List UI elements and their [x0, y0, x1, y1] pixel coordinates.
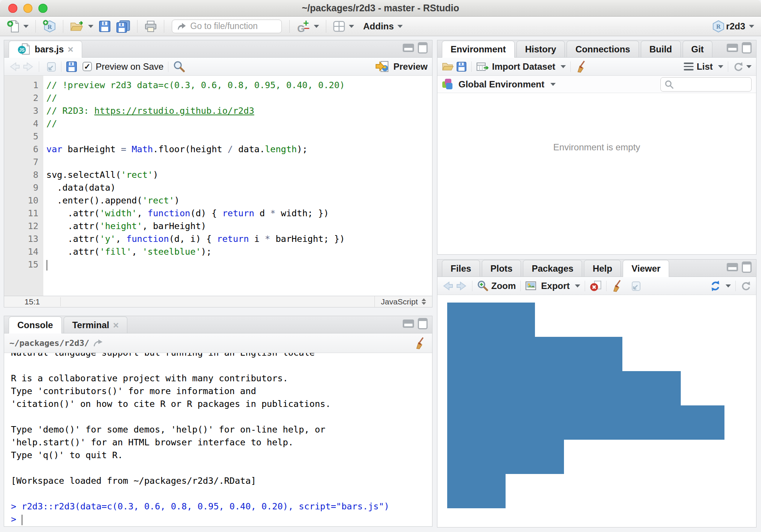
save-all-button[interactable]	[115, 19, 132, 34]
environment-search[interactable]	[660, 77, 752, 92]
minimize-pane-button[interactable]	[727, 44, 738, 52]
import-dataset-button[interactable]: Import Dataset	[476, 61, 566, 72]
tab-viewer[interactable]: Viewer	[623, 260, 669, 277]
back-icon[interactable]	[9, 61, 21, 72]
save-button[interactable]	[97, 20, 112, 33]
load-workspace-icon[interactable]	[442, 61, 455, 72]
environment-content: Environment is empty	[437, 93, 756, 254]
console-line: >	[11, 513, 432, 526]
maximize-pane-button[interactable]	[742, 261, 752, 273]
open-file-button[interactable]	[69, 20, 95, 33]
maximize-pane-button[interactable]	[418, 42, 428, 54]
code-line	[46, 156, 345, 168]
tab-connections[interactable]: Connections	[567, 41, 639, 57]
tab-packages[interactable]: Packages	[523, 260, 582, 277]
addins-button[interactable]: Addins	[362, 20, 404, 32]
save-workspace-icon[interactable]	[456, 61, 467, 72]
goto-file-search[interactable]	[172, 20, 282, 33]
viewer-pane: Files Plots Packages Help Viewer	[437, 259, 756, 527]
zoom-button[interactable]: Zoom	[477, 280, 516, 292]
maximize-pane-button[interactable]	[742, 42, 752, 54]
preview-on-save-toggle[interactable]: ✓ Preview on Save	[83, 61, 164, 72]
tab-label: History	[525, 44, 556, 55]
tab-label: Help	[593, 263, 612, 274]
cursor-position[interactable]: 15:1	[4, 297, 61, 306]
divider	[728, 61, 728, 72]
code-line: .data(data)	[46, 181, 345, 194]
clear-viewer-icon[interactable]	[611, 280, 624, 292]
chevron-down-icon	[561, 65, 566, 68]
checkbox-icon[interactable]: ✓	[83, 62, 92, 71]
console-line	[11, 410, 432, 423]
code-line: //	[46, 117, 345, 130]
language-selector[interactable]: JavaScript	[374, 296, 432, 307]
code-editor[interactable]: 123456789101112131415 // !preview r2d3 d…	[4, 76, 432, 296]
bar	[447, 405, 724, 440]
open-in-new-window-icon[interactable]	[44, 61, 57, 72]
refresh-environment-button[interactable]	[733, 61, 752, 72]
maximize-pane-button[interactable]	[418, 318, 428, 329]
pane-layout-button[interactable]	[332, 20, 356, 33]
close-icon[interactable]: ×	[67, 44, 73, 54]
tab-plots[interactable]: Plots	[482, 260, 521, 277]
clear-console-icon[interactable]	[414, 337, 427, 350]
chevron-down-icon	[726, 284, 731, 287]
tab-environment[interactable]: Environment	[442, 41, 515, 58]
tab-label: Console	[17, 320, 53, 330]
new-file-button[interactable]	[5, 19, 30, 34]
new-project-button[interactable]: R	[41, 19, 58, 34]
goto-file-input[interactable]	[190, 21, 277, 31]
pane-layout-icon	[333, 21, 345, 32]
import-dataset-label: Import Dataset	[492, 61, 555, 72]
console-line: R is a collaborative project with many c…	[11, 372, 432, 385]
close-icon[interactable]: ×	[113, 320, 119, 330]
tab-label: Files	[451, 263, 471, 274]
scope-label[interactable]: Global Environment	[458, 79, 544, 90]
divider	[289, 20, 290, 33]
forward-icon[interactable]	[22, 61, 34, 72]
tab-history[interactable]: History	[517, 41, 565, 57]
print-button[interactable]	[143, 20, 159, 33]
sync-button[interactable]	[709, 280, 731, 292]
version-control-button[interactable]: G+−	[295, 19, 321, 34]
tab-console[interactable]: Console	[9, 316, 62, 333]
console-tabstrip: Console Terminal ×	[4, 316, 432, 333]
environment-tabstrip: Environment History Connections Build Gi…	[437, 40, 756, 58]
refresh-icon[interactable]	[740, 280, 752, 292]
find-icon[interactable]	[173, 61, 185, 73]
save-icon	[99, 20, 111, 32]
console-output[interactable]: Natural language support but running in …	[4, 353, 432, 526]
viewer-content[interactable]	[437, 295, 756, 527]
project-menu-button[interactable]: R r2d3	[711, 19, 756, 34]
forward-icon[interactable]	[455, 281, 468, 291]
code-line: svg.selectAll('rect')	[46, 168, 345, 181]
line-number: 3	[4, 104, 38, 117]
tab-files[interactable]: Files	[442, 260, 480, 277]
tab-help[interactable]: Help	[584, 260, 621, 277]
line-number: 9	[4, 181, 38, 194]
environment-search-input[interactable]	[677, 79, 747, 89]
tab-build[interactable]: Build	[641, 41, 681, 57]
tab-bars-js[interactable]: JS bars.js ×	[9, 41, 82, 58]
preview-button[interactable]: Preview	[375, 61, 428, 73]
back-icon[interactable]	[442, 281, 454, 291]
list-view-button[interactable]: List	[684, 61, 723, 72]
tab-git[interactable]: Git	[683, 41, 712, 57]
tab-label: Plots	[491, 263, 513, 274]
save-icon[interactable]	[66, 61, 77, 72]
clear-environment-icon[interactable]	[575, 60, 588, 73]
minimize-pane-button[interactable]	[727, 263, 738, 271]
goto-directory-icon[interactable]	[93, 339, 104, 348]
new-file-icon	[7, 20, 20, 33]
minimize-pane-button[interactable]	[403, 320, 414, 328]
open-in-new-window-icon[interactable]	[628, 280, 641, 292]
environment-stack-icon	[442, 78, 455, 91]
minimize-pane-button[interactable]	[403, 44, 414, 52]
remove-viewer-item-icon[interactable]	[590, 280, 602, 292]
tab-terminal[interactable]: Terminal ×	[64, 316, 127, 333]
line-number: 2	[4, 92, 38, 104]
line-number: 6	[4, 143, 38, 156]
line-number: 15	[4, 258, 38, 271]
open-folder-icon	[70, 21, 84, 32]
export-button[interactable]: Export	[525, 281, 580, 291]
